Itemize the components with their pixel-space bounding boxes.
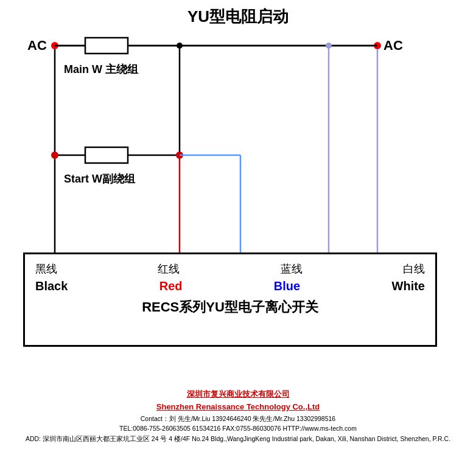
svg-point-16 xyxy=(51,151,58,159)
blue-cn-label: 蓝线 xyxy=(281,262,303,276)
svg-rect-8 xyxy=(85,38,128,54)
svg-text:AC: AC xyxy=(27,38,47,53)
red-en-label: Red xyxy=(159,279,183,293)
white-cn-label: 白线 xyxy=(403,262,425,276)
contact-info: Contact：刘 先生/Mr.Liu 13924646240 朱先生/Mr.Z… xyxy=(0,414,476,424)
svg-text:Main W  主绕组: Main W 主绕组 xyxy=(64,63,139,75)
wire-labels-cn: 黑线 红线 蓝线 白线 xyxy=(23,256,437,276)
footer: 深圳市复兴商业技术有限公司 Shenzhen Renaissance Techn… xyxy=(0,388,476,444)
address-info: ADD: 深圳市南山区西丽大都王家坑工业区 24 号 4 楼/4F No.24 … xyxy=(0,434,476,444)
tel-info: TEL:0086-755-26063505 61534216 FAX:0755-… xyxy=(0,423,476,434)
black-en-label: Black xyxy=(35,279,68,293)
red-cn-label: 红线 xyxy=(158,262,180,276)
wire-labels-en: Black Red Blue White xyxy=(23,276,437,293)
device-name: RECS系列YU型电子离心开关 xyxy=(23,298,437,316)
black-cn-label: 黑线 xyxy=(35,262,57,276)
svg-text:Start W副绕组: Start W副绕组 xyxy=(64,173,136,185)
device-labels: 黑线 红线 蓝线 白线 Black Red Blue White RECS系列Y… xyxy=(23,256,437,316)
svg-text:AC: AC xyxy=(383,38,403,53)
company-en: Shenzhen Renaissance Technology Co.,Ltd xyxy=(0,401,476,414)
svg-point-23 xyxy=(326,43,332,49)
svg-rect-14 xyxy=(85,147,128,163)
company-cn: 深圳市复兴商业技术有限公司 xyxy=(0,388,476,401)
diagram-container: YU型电阻启动 AC AC Main W 主绕组 xyxy=(0,0,476,449)
white-en-label: White xyxy=(392,279,425,293)
blue-en-label: Blue xyxy=(274,279,300,293)
